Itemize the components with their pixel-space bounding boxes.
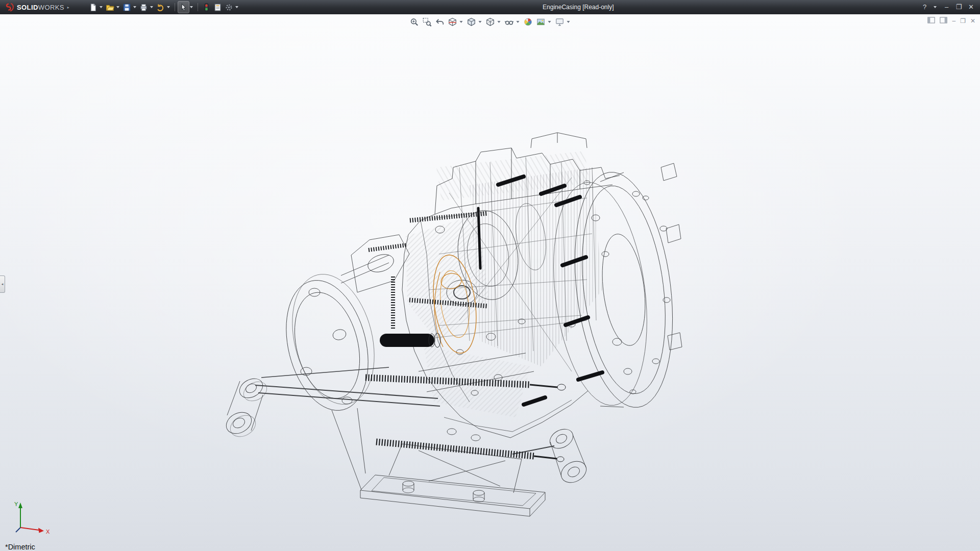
hide-show-glasses-icon	[505, 17, 514, 27]
panel-right-icon	[940, 17, 947, 23]
brand-text: SOLIDWORKS	[17, 4, 64, 11]
doc-minimize-button[interactable]: –	[952, 17, 955, 24]
brand-bold: SOLID	[17, 4, 38, 11]
open-dropdown-arrow-icon[interactable]	[116, 6, 119, 8]
previous-view-button[interactable]	[434, 16, 446, 28]
solidworks-logo: SOLIDWORKS ▸	[0, 3, 72, 12]
edit-appearance-button[interactable]	[523, 16, 534, 28]
triad-y-arrow	[18, 503, 22, 508]
window-title: EngineCasing [Read-only]	[543, 4, 614, 11]
triad-y-label: Y	[14, 501, 18, 507]
new-document-icon	[89, 3, 97, 12]
hide-show-items-button[interactable]	[504, 16, 515, 28]
view-orientation-dropdown-arrow-icon[interactable]	[479, 21, 482, 23]
triad-z-axis	[16, 528, 20, 532]
orientation-triad: Y X	[8, 498, 55, 541]
undo-button[interactable]	[155, 2, 166, 13]
select-dropdown-arrow-icon[interactable]	[190, 6, 193, 8]
new-button[interactable]	[88, 2, 99, 13]
model-wireframe[interactable]	[0, 14, 980, 551]
graphics-viewport[interactable]: – ❐ ✕ ◂ Y X *Dimetric	[0, 14, 980, 551]
view-settings-dropdown-arrow-icon[interactable]	[567, 21, 570, 23]
help-button[interactable]: ?	[921, 3, 928, 11]
view-orientation-label: *Dimetric	[5, 543, 35, 551]
triad-x-arrow	[38, 528, 44, 533]
file-properties-button[interactable]	[212, 2, 223, 13]
save-dropdown-arrow-icon[interactable]	[133, 6, 136, 8]
section-view-dropdown-arrow-icon[interactable]	[460, 21, 463, 23]
display-style-button[interactable]	[485, 16, 496, 28]
previous-view-icon	[435, 17, 445, 27]
print-icon	[139, 3, 148, 12]
apply-scene-dropdown-arrow-icon[interactable]	[548, 21, 551, 23]
titlebar: SOLIDWORKS ▸	[0, 0, 980, 14]
print-button[interactable]	[138, 2, 149, 13]
brand-light: WORKS	[38, 4, 64, 11]
new-dropdown-arrow-icon[interactable]	[100, 6, 103, 8]
open-button[interactable]	[105, 2, 115, 13]
toolbar-separator	[198, 3, 198, 11]
menu-expand-icon[interactable]: ▸	[67, 5, 69, 10]
view-settings-button[interactable]	[554, 16, 566, 28]
display-style-icon	[486, 17, 495, 27]
print-dropdown-arrow-icon[interactable]	[150, 6, 153, 8]
undo-icon	[156, 3, 165, 12]
zoom-to-fit-icon	[410, 17, 419, 27]
ds-logo-icon	[4, 3, 15, 12]
minimize-button[interactable]: –	[943, 3, 950, 11]
doc-restore-button[interactable]: ❐	[960, 17, 966, 24]
window-controls: ? – ❐ ✕	[921, 3, 980, 11]
chevron-left-icon: ◂	[2, 282, 4, 286]
zoom-to-fit-button[interactable]	[409, 16, 420, 28]
zoom-to-area-icon	[423, 17, 432, 27]
file-properties-icon	[213, 3, 222, 12]
display-style-dropdown-arrow-icon[interactable]	[498, 21, 501, 23]
select-button[interactable]	[178, 2, 189, 13]
toolbar-separator	[175, 3, 175, 11]
options-gear-icon	[225, 3, 233, 12]
open-folder-icon	[106, 3, 114, 12]
show-featuremanager-button[interactable]	[927, 17, 935, 25]
document-window-controls: – ❐ ✕	[927, 17, 975, 25]
apply-scene-icon	[536, 17, 546, 27]
rebuild-button[interactable]	[201, 2, 212, 13]
select-cursor-icon	[179, 3, 188, 12]
restore-button[interactable]: ❐	[955, 3, 963, 11]
file-toolbar	[88, 2, 240, 13]
panel-left-icon	[927, 17, 935, 23]
options-button[interactable]	[224, 2, 234, 13]
view-settings-icon	[555, 17, 565, 27]
options-dropdown-arrow-icon[interactable]	[235, 6, 238, 8]
help-dropdown-arrow-icon[interactable]	[934, 6, 937, 8]
section-view-button[interactable]	[447, 16, 458, 28]
show-taskpane-button[interactable]	[940, 17, 947, 25]
triad-x-label: X	[46, 529, 50, 535]
hide-show-items-dropdown-arrow-icon[interactable]	[517, 21, 520, 23]
section-view-icon	[448, 17, 457, 27]
view-orientation-cube-icon	[467, 17, 476, 27]
save-floppy-icon	[122, 3, 131, 12]
undo-dropdown-arrow-icon[interactable]	[167, 6, 170, 8]
zoom-to-area-button[interactable]	[422, 16, 433, 28]
doc-close-button[interactable]: ✕	[970, 17, 975, 24]
save-button[interactable]	[121, 2, 132, 13]
edit-appearance-ball-icon	[524, 17, 533, 27]
solidworks-window: SOLIDWORKS ▸	[0, 0, 980, 551]
view-orientation-button[interactable]	[466, 16, 477, 28]
close-button[interactable]: ✕	[967, 3, 975, 11]
rebuild-traffic-light-icon	[203, 3, 210, 12]
headsup-view-toolbar	[409, 16, 572, 28]
apply-scene-button[interactable]	[535, 16, 547, 28]
featuremanager-flyout-tab[interactable]: ◂	[0, 276, 5, 293]
